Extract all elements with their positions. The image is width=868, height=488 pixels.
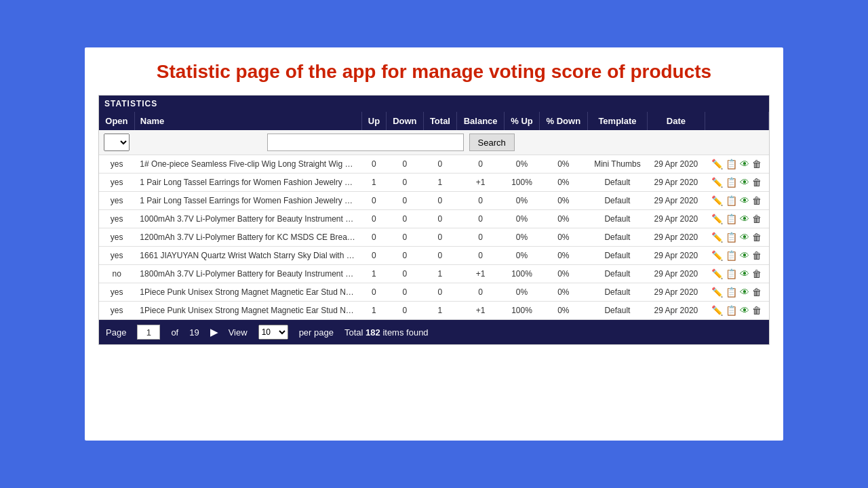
search-input[interactable]	[267, 134, 464, 151]
cell-open: yes	[99, 247, 134, 265]
cell-down: 0	[386, 210, 423, 228]
page-input[interactable]	[137, 325, 160, 340]
view-icon[interactable]: 👁	[740, 250, 749, 261]
total-info: Total 182 items found	[344, 327, 429, 338]
view-icon[interactable]: 👁	[740, 159, 749, 169]
cell-actions: ✏️ 📋 👁 🗑	[705, 283, 768, 302]
search-button[interactable]: Search	[469, 134, 515, 151]
total-count: 182	[366, 327, 380, 338]
view-icon[interactable]: 👁	[740, 195, 749, 206]
view-icon[interactable]: 👁	[740, 232, 749, 243]
delete-icon[interactable]: 🗑	[752, 287, 762, 298]
footer-bar: Page of 19 ▶ View 10 20 50 per page Tota…	[99, 320, 769, 344]
delete-icon[interactable]: 🗑	[752, 250, 762, 261]
cell-date: 29 Apr 2020	[648, 210, 705, 228]
open-filter-select[interactable]: yes no	[104, 134, 130, 151]
cell-name: 1 Pair Long Tassel Earrings for Women Fa…	[134, 192, 361, 210]
col-open: Open	[99, 112, 134, 130]
delete-icon[interactable]: 🗑	[752, 195, 762, 206]
cell-balance: 0	[457, 192, 505, 210]
cell-template: Default	[587, 302, 647, 320]
cell-down: 0	[386, 302, 423, 320]
cell-template: Default	[587, 247, 647, 265]
cell-pct-up: 0%	[505, 155, 540, 174]
search-row: yes no Search	[99, 130, 769, 155]
cell-date: 29 Apr 2020	[648, 302, 705, 320]
cell-date: 29 Apr 2020	[648, 247, 705, 265]
cell-down: 0	[386, 155, 423, 174]
total-pages: 19	[189, 327, 199, 338]
cell-total: 0	[423, 155, 456, 174]
edit-icon[interactable]: ✏️	[711, 268, 723, 279]
copy-icon[interactable]: 📋	[726, 177, 737, 188]
cell-up: 0	[361, 247, 386, 265]
edit-icon[interactable]: ✏️	[711, 287, 723, 298]
cell-pct-up: 0%	[505, 283, 540, 302]
delete-icon[interactable]: 🗑	[752, 214, 762, 224]
view-icon[interactable]: 👁	[740, 268, 749, 279]
view-icon[interactable]: 👁	[740, 305, 749, 316]
edit-icon[interactable]: ✏️	[711, 214, 723, 224]
table-row: yes1# One-piece Seamless Five-clip Wig L…	[99, 155, 769, 174]
cell-open: no	[99, 265, 134, 283]
per-page-select[interactable]: 10 20 50	[258, 325, 288, 340]
copy-icon[interactable]: 📋	[726, 159, 737, 169]
cell-date: 29 Apr 2020	[648, 283, 705, 302]
copy-icon[interactable]: 📋	[726, 268, 737, 279]
cell-name: 1 Pair Long Tassel Earrings for Women Fa…	[134, 174, 361, 192]
cell-template: Default	[587, 265, 647, 283]
cell-pct-down: 0%	[539, 228, 587, 247]
table-row: yes1 Pair Long Tassel Earrings for Women…	[99, 174, 769, 192]
cell-actions: ✏️ 📋 👁 🗑	[705, 210, 768, 228]
edit-icon[interactable]: ✏️	[711, 305, 723, 316]
delete-icon[interactable]: 🗑	[752, 268, 762, 279]
cell-date: 29 Apr 2020	[648, 265, 705, 283]
delete-icon[interactable]: 🗑	[752, 232, 762, 243]
cell-up: 0	[361, 283, 386, 302]
cell-pct-down: 0%	[539, 265, 587, 283]
table-row: yes1Piece Punk Unisex Strong Magnet Magn…	[99, 302, 769, 320]
per-page-label: per page	[299, 327, 334, 338]
cell-balance: +1	[457, 265, 505, 283]
copy-icon[interactable]: 📋	[726, 250, 737, 261]
view-icon[interactable]: 👁	[740, 214, 749, 224]
table-row: no1800mAh 3.7V Li-Polymer Battery for Be…	[99, 265, 769, 283]
copy-icon[interactable]: 📋	[726, 305, 737, 316]
cell-pct-down: 0%	[539, 283, 587, 302]
delete-icon[interactable]: 🗑	[752, 159, 762, 169]
edit-icon[interactable]: ✏️	[711, 177, 723, 188]
total-label: Total	[344, 327, 363, 338]
copy-icon[interactable]: 📋	[726, 195, 737, 206]
cell-balance: +1	[457, 174, 505, 192]
cell-open: yes	[99, 192, 134, 210]
view-icon[interactable]: 👁	[740, 177, 749, 188]
edit-icon[interactable]: ✏️	[711, 232, 723, 243]
copy-icon[interactable]: 📋	[726, 214, 737, 224]
view-icon[interactable]: 👁	[740, 287, 749, 298]
cell-actions: ✏️ 📋 👁 🗑	[705, 265, 768, 283]
edit-icon[interactable]: ✏️	[711, 159, 723, 169]
cell-actions: ✏️ 📋 👁 🗑	[705, 192, 768, 210]
cell-name: 1Piece Punk Unisex Strong Magnet Magneti…	[134, 283, 361, 302]
delete-icon[interactable]: 🗑	[752, 177, 762, 188]
edit-icon[interactable]: ✏️	[711, 195, 723, 206]
cell-actions: ✏️ 📋 👁 🗑	[705, 247, 768, 265]
cell-balance: 0	[457, 283, 505, 302]
cell-total: 0	[423, 283, 456, 302]
cell-date: 29 Apr 2020	[648, 192, 705, 210]
cell-template: Default	[587, 228, 647, 247]
cell-pct-up: 0%	[505, 210, 540, 228]
copy-icon[interactable]: 📋	[726, 232, 737, 243]
items-label: items found	[382, 327, 428, 338]
cell-name: 1800mAh 3.7V Li-Polymer Battery for Beau…	[134, 265, 361, 283]
cell-up: 1	[361, 174, 386, 192]
delete-icon[interactable]: 🗑	[752, 305, 762, 316]
cell-date: 29 Apr 2020	[648, 228, 705, 247]
edit-icon[interactable]: ✏️	[711, 250, 723, 261]
cell-template: Default	[587, 210, 647, 228]
copy-icon[interactable]: 📋	[726, 287, 737, 298]
cell-total: 0	[423, 228, 456, 247]
next-page-button[interactable]: ▶	[210, 327, 218, 338]
cell-actions: ✏️ 📋 👁 🗑	[705, 174, 768, 192]
cell-name: 1# One-piece Seamless Five-clip Wig Long…	[134, 155, 361, 174]
